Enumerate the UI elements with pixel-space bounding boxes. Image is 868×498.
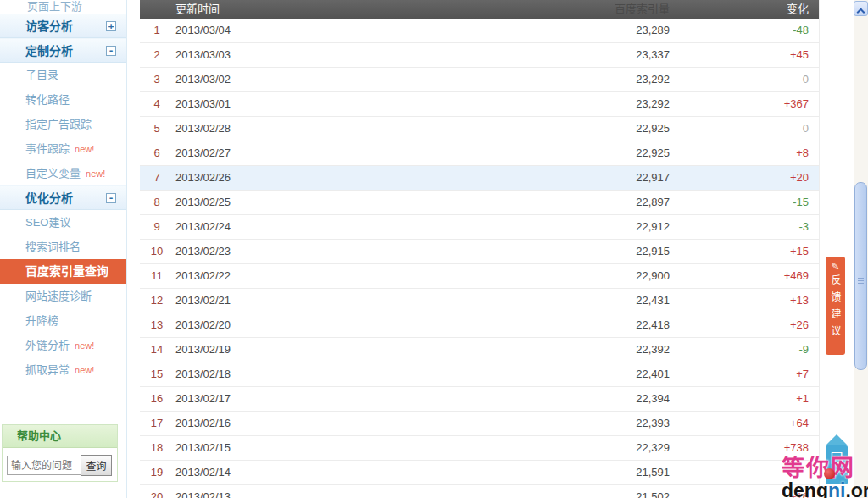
table-header-update-time: 更新时间 (174, 0, 462, 19)
table-header-index (140, 0, 174, 19)
change-cell: +13 (670, 289, 819, 313)
back-to-top-button[interactable]: 回 (823, 434, 850, 484)
sidebar-item[interactable]: 自定义变量new! (0, 161, 126, 185)
sidebar-item[interactable]: 搜索词排名 (0, 235, 126, 259)
update-time-cell: 2013/02/23 (174, 240, 462, 263)
sidebar-item-label: 外链分析 (25, 339, 70, 351)
index-volume-cell: 22,897 (462, 191, 670, 214)
table-header-change: 变化 (670, 0, 819, 19)
update-time-cell: 2013/02/14 (174, 461, 462, 484)
row-index-cell: 18 (140, 436, 174, 460)
table-row: 12013/03/0423,289-48 (140, 19, 819, 43)
vertical-scrollbar[interactable] (854, 0, 868, 498)
table-row: 92013/02/2422,912-3 (140, 215, 819, 240)
row-index-cell: 8 (140, 191, 174, 214)
index-volume-cell: 22,925 (462, 117, 670, 141)
row-index-cell: 2 (140, 43, 174, 67)
scrollbar-grip-icon (858, 278, 864, 285)
sidebar-item[interactable]: 转化路径 (0, 87, 126, 112)
row-index-cell: 9 (140, 215, 174, 239)
change-cell: -48 (670, 19, 819, 42)
new-badge: new! (75, 340, 94, 351)
index-volume-cell: 21,591 (462, 461, 670, 484)
table-row: 132013/02/2022,418+26 (140, 313, 819, 338)
change-cell: -15 (670, 191, 819, 214)
table-row: 82013/02/2522,897-15 (140, 191, 819, 215)
update-time-cell: 2013/03/01 (174, 92, 462, 116)
update-time-cell: 2013/02/13 (174, 485, 462, 498)
scrollbar-thumb[interactable] (854, 182, 867, 370)
change-cell: +45 (670, 43, 819, 67)
sidebar-item[interactable]: SEO建议 (0, 210, 126, 235)
index-volume-cell: 21,502 (462, 485, 670, 498)
row-index-cell: 14 (140, 338, 174, 362)
sidebar-item-label: 转化路径 (25, 93, 70, 106)
new-badge: new! (75, 144, 94, 154)
row-index-cell: 4 (140, 92, 174, 116)
sidebar-item[interactable]: 抓取异常new! (0, 357, 126, 382)
update-time-cell: 2013/02/26 (174, 166, 462, 190)
row-index-cell: 19 (140, 461, 174, 484)
table-row: 192013/02/1421,591 (140, 461, 819, 485)
change-cell: -3 (670, 215, 819, 239)
help-center-title: 帮助中心 (3, 425, 117, 448)
update-time-cell: 2013/02/24 (174, 215, 462, 239)
change-cell: +738 (670, 436, 819, 460)
sidebar-group-0[interactable]: 访客分析+ (0, 14, 126, 38)
sidebar-item[interactable]: 指定广告跟踪 (0, 112, 126, 136)
sidebar-item[interactable]: 外链分析new! (0, 333, 126, 357)
help-question-input[interactable] (7, 456, 81, 475)
collapse-icon[interactable]: - (106, 193, 116, 203)
index-volume-cell: 22,393 (462, 412, 670, 435)
feedback-button[interactable]: ✎ 反馈建议 (826, 257, 845, 355)
sidebar-item-label: 指定广告跟踪 (25, 118, 92, 130)
sidebar-group-2[interactable]: 优化分析- (0, 185, 126, 210)
table-row: 112013/02/2222,900+469 (140, 264, 819, 289)
change-cell: 0 (670, 117, 819, 141)
index-volume-cell: 22,392 (462, 338, 670, 362)
sidebar-item[interactable]: 子目录 (0, 63, 126, 87)
row-index-cell: 16 (140, 387, 174, 411)
sidebar-item-label: 抓取异常 (25, 363, 70, 376)
change-cell: +367 (670, 92, 819, 116)
sidebar-item-label: 升降榜 (25, 314, 58, 327)
change-cell: +8 (670, 141, 819, 165)
pencil-icon: ✎ (831, 261, 839, 273)
chevron-up-icon (858, 8, 864, 14)
update-time-cell: 2013/03/02 (174, 68, 462, 91)
sidebar-item[interactable]: 升降榜 (0, 308, 126, 333)
index-volume-cell: 22,900 (462, 264, 670, 288)
row-index-cell: 11 (140, 264, 174, 288)
collapse-icon[interactable]: - (106, 46, 116, 56)
change-cell: 0 (670, 68, 819, 91)
update-time-cell: 2013/02/25 (174, 191, 462, 214)
sidebar-item-active[interactable]: 百度索引量查询 (0, 259, 126, 284)
table-row: 202013/02/1321,502+16 (140, 485, 819, 498)
index-volume-cell: 22,394 (462, 387, 670, 411)
table-row: 142013/02/1922,392-9 (140, 338, 819, 362)
sidebar-item[interactable]: 网站速度诊断 (0, 284, 126, 308)
help-center-box: 帮助中心 查询 (2, 424, 118, 482)
sidebar-item-label: 事件跟踪 (25, 142, 70, 155)
change-cell: +7 (670, 362, 819, 386)
help-search-button[interactable]: 查询 (81, 455, 112, 476)
sidebar-group-1[interactable]: 定制分析- (0, 38, 126, 63)
index-volume-cell: 22,431 (462, 289, 670, 313)
change-cell: +20 (670, 166, 819, 190)
table-row: 52013/02/2822,9250 (140, 117, 819, 141)
expand-icon[interactable]: + (106, 21, 116, 31)
sidebar-item[interactable]: 事件跟踪new! (0, 136, 126, 161)
index-volume-table: 更新时间 百度索引量 变化 12013/03/0423,289-4822013/… (140, 0, 820, 498)
change-cell: -9 (670, 338, 819, 362)
sidebar-item-page-flow[interactable]: 页面上下游 (0, 0, 126, 14)
index-volume-cell: 23,292 (462, 92, 670, 116)
index-volume-cell: 22,917 (462, 166, 670, 190)
table-body: 12013/03/0423,289-4822013/03/0323,337+45… (140, 19, 819, 498)
row-index-cell: 5 (140, 117, 174, 141)
arrow-up-icon (826, 434, 848, 445)
sidebar-menu: 访客分析+定制分析-子目录转化路径指定广告跟踪事件跟踪new!自定义变量new!… (0, 14, 126, 382)
scroll-up-button[interactable] (854, 1, 868, 16)
update-time-cell: 2013/02/27 (174, 141, 462, 165)
update-time-cell: 2013/03/04 (174, 19, 462, 42)
index-volume-cell: 22,329 (462, 436, 670, 460)
